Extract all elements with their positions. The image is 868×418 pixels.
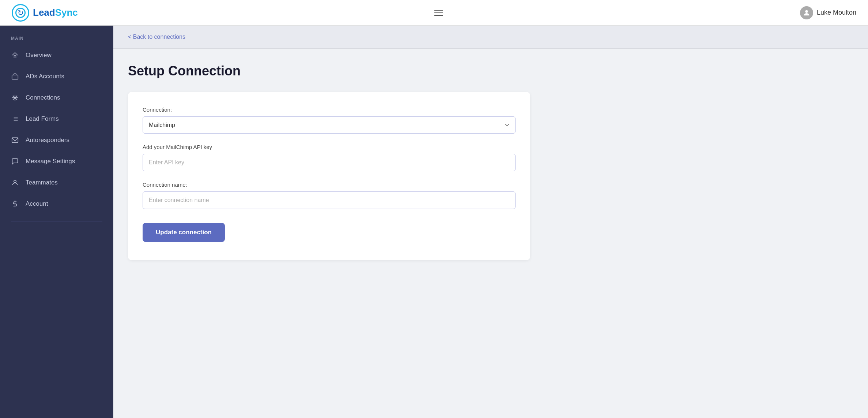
logo-icon bbox=[12, 4, 29, 22]
header: LeadSync Luke Moulton bbox=[0, 0, 868, 26]
api-key-input[interactable] bbox=[143, 154, 516, 171]
logo-lead: Lead bbox=[33, 7, 55, 18]
sidebar-item-teammates[interactable]: Teammates bbox=[0, 172, 113, 193]
dollar-icon bbox=[11, 200, 19, 208]
asterisk-icon bbox=[11, 94, 19, 102]
sidebar-item-ads-accounts[interactable]: ADs Accounts bbox=[0, 66, 113, 87]
connection-select[interactable]: Mailchimp ActiveCampaign HubSpot Salesfo… bbox=[143, 116, 516, 134]
hamburger-line bbox=[434, 12, 443, 13]
sidebar-item-connections[interactable]: Connections bbox=[0, 87, 113, 108]
hamburger-line bbox=[434, 10, 443, 11]
update-connection-button[interactable]: Update connection bbox=[143, 223, 225, 242]
sidebar-item-label: Connections bbox=[26, 94, 60, 101]
back-to-connections-link[interactable]: < Back to connections bbox=[128, 34, 185, 40]
sidebar-item-label: Autoresponders bbox=[26, 137, 69, 144]
layout: MAIN Overview ADs Accounts Connections L… bbox=[0, 26, 868, 418]
sidebar-item-label: Lead Forms bbox=[26, 115, 59, 123]
logo-area: LeadSync bbox=[12, 4, 78, 22]
avatar bbox=[800, 6, 813, 19]
api-key-field-group: Add your MailChimp API key bbox=[143, 144, 516, 171]
sidebar-item-label: Teammates bbox=[26, 179, 58, 186]
sidebar-item-label: Overview bbox=[26, 52, 52, 59]
chat-icon bbox=[11, 157, 19, 165]
sidebar-item-lead-forms[interactable]: Lead Forms bbox=[0, 108, 113, 130]
sidebar-section-label: MAIN bbox=[0, 26, 113, 45]
sidebar-item-message-settings[interactable]: Message Settings bbox=[0, 151, 113, 172]
connection-name-input[interactable] bbox=[143, 191, 516, 209]
sidebar: MAIN Overview ADs Accounts Connections L… bbox=[0, 26, 113, 418]
connection-name-label: Connection name: bbox=[143, 182, 516, 188]
connection-field-group: Connection: Mailchimp ActiveCampaign Hub… bbox=[143, 107, 516, 134]
user-area: Luke Moulton bbox=[800, 6, 856, 19]
sidebar-item-overview[interactable]: Overview bbox=[0, 45, 113, 66]
connection-name-field-group: Connection name: bbox=[143, 182, 516, 209]
menu-toggle-button[interactable] bbox=[431, 7, 446, 19]
sidebar-item-account[interactable]: Account bbox=[0, 193, 113, 214]
home-icon bbox=[11, 51, 19, 59]
mail-icon bbox=[11, 136, 19, 144]
svg-rect-1 bbox=[12, 75, 18, 79]
hamburger-line bbox=[434, 15, 443, 16]
sidebar-item-label: Account bbox=[26, 200, 48, 208]
api-key-label: Add your MailChimp API key bbox=[143, 144, 516, 150]
person-icon bbox=[803, 9, 811, 17]
list-icon bbox=[11, 115, 19, 123]
main-content: < Back to connections Setup Connection C… bbox=[113, 26, 868, 418]
user-name: Luke Moulton bbox=[817, 9, 856, 16]
user-icon bbox=[11, 179, 19, 187]
svg-point-13 bbox=[14, 180, 16, 183]
form-card: Connection: Mailchimp ActiveCampaign Hub… bbox=[128, 92, 530, 260]
page-title: Setup Connection bbox=[128, 63, 853, 79]
svg-point-0 bbox=[805, 10, 808, 12]
connection-select-wrapper: Mailchimp ActiveCampaign HubSpot Salesfo… bbox=[143, 116, 516, 134]
logo-text: LeadSync bbox=[33, 7, 78, 18]
sidebar-item-autoresponders[interactable]: Autoresponders bbox=[0, 130, 113, 151]
sidebar-item-label: Message Settings bbox=[26, 158, 75, 165]
page-body: Setup Connection Connection: Mailchimp A… bbox=[113, 49, 868, 275]
sidebar-item-label: ADs Accounts bbox=[26, 73, 64, 80]
sidebar-divider bbox=[11, 221, 102, 221]
briefcase-icon bbox=[11, 72, 19, 81]
back-bar: < Back to connections bbox=[113, 26, 868, 49]
connection-label: Connection: bbox=[143, 107, 516, 113]
logo-sync: Sync bbox=[55, 7, 78, 18]
